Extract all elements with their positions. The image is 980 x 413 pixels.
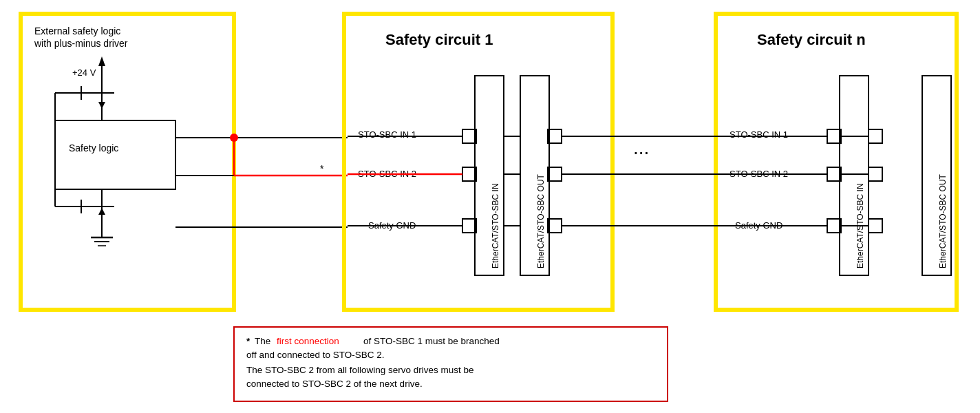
safety-circuit-n-title: Safety circuit n	[757, 31, 866, 48]
note-asterisk: *	[246, 336, 251, 346]
svg-marker-16	[98, 208, 105, 215]
note-highlight: first connection	[277, 336, 339, 346]
svg-text:with plus-minus driver: with plus-minus driver	[34, 38, 128, 49]
sto-sbc-in1-label-n: STO-SBC IN 1	[729, 129, 788, 140]
connector-outn-gnd	[869, 219, 882, 233]
svg-marker-8	[98, 102, 105, 109]
note-line2: off and connected to STO-SBC 2.	[246, 350, 385, 360]
note-line1-end: of STO-SBC 1 must be branched	[363, 336, 500, 346]
ethercat-out-n-label: EtherCAT/STO-SBC OUT	[938, 173, 948, 268]
diagram-container: External safety logic with plus-minus dr…	[0, 0, 980, 413]
svg-marker-2	[98, 56, 105, 66]
note-line3: The STO-SBC 2 from all following servo d…	[246, 365, 474, 375]
safety-circuit-n-box	[716, 14, 957, 310]
ethercat-in-1-label: EtherCAT/STO-SBC IN	[491, 183, 500, 268]
safety-logic-title: External safety logic	[34, 25, 120, 36]
safety-logic-inner-box	[55, 120, 175, 189]
connector-outn-1	[869, 129, 882, 143]
safety-circuit-1-title: Safety circuit 1	[385, 31, 493, 48]
note-line4: connected to STO-SBC 2 of the next drive…	[246, 379, 423, 389]
ellipsis: ···	[633, 141, 649, 162]
safety-logic-outer-box	[21, 14, 234, 310]
note-line1-start: The	[255, 336, 270, 346]
asterisk-label: *	[320, 163, 324, 174]
safety-circuit-1-box	[344, 14, 612, 310]
safety-logic-label: Safety logic	[69, 142, 118, 153]
connector-outn-2	[869, 167, 882, 181]
voltage-label: +24 V	[72, 67, 96, 78]
ethercat-out-1-label: EtherCAT/STO-SBC OUT	[536, 173, 546, 268]
sto-sbc-in1-label-1: STO-SBC IN 1	[358, 129, 416, 140]
